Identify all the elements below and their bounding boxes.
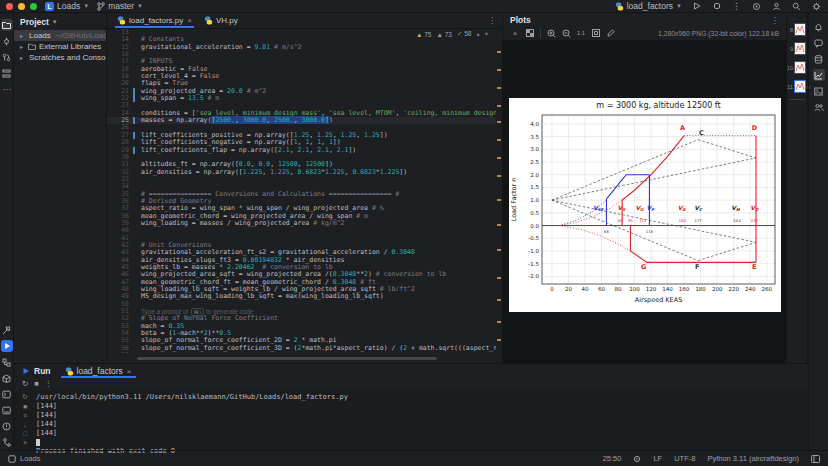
run-configuration-widget[interactable]: load_factors ▼ bbox=[615, 1, 682, 11]
plot-image-area[interactable]: 020406080100120140160180200220240260-2.0… bbox=[503, 41, 786, 363]
image-viewer-icon[interactable] bbox=[813, 85, 825, 97]
chevron-right-icon[interactable]: ▸ bbox=[20, 32, 23, 39]
tab-load-factors[interactable]: load_factors.py × bbox=[111, 13, 198, 28]
close-plot-icon[interactable]: × bbox=[510, 28, 520, 38]
zoom-out-icon[interactable] bbox=[561, 28, 571, 38]
checkerboard-icon[interactable] bbox=[525, 28, 535, 38]
inspections-widget[interactable]: ▲ 75 ▲ 73 ✓ 58 ▴ ▾ bbox=[416, 30, 488, 38]
run-tab-load-factors[interactable]: load_factors × bbox=[61, 364, 136, 378]
python-packages-tool-button[interactable] bbox=[1, 372, 13, 384]
soft-wrap-icon[interactable]: ≡ bbox=[23, 412, 27, 419]
status-project-widget[interactable]: Loads bbox=[8, 454, 40, 463]
code-token: , bbox=[262, 168, 270, 176]
plot-thumbnail-9[interactable]: 9 bbox=[787, 42, 807, 55]
project-tool-button[interactable] bbox=[1, 19, 13, 31]
code-line-32[interactable]: 32air_densities = np.array([1.225, 1.225… bbox=[107, 169, 496, 176]
run-button[interactable] bbox=[691, 1, 702, 12]
project-widget[interactable]: L Loads ▼ bbox=[45, 1, 89, 11]
thumbnail-image[interactable] bbox=[794, 42, 806, 55]
code-line-22[interactable]: 22wing_span = 13.5 # m bbox=[107, 95, 496, 102]
tree-item-loads[interactable]: ▸Loads~/GitHub/Loads bbox=[14, 30, 106, 41]
macos-close-button[interactable] bbox=[6, 3, 13, 10]
code-line-40[interactable]: 40 bbox=[107, 227, 496, 234]
python-interpreter[interactable]: Python 3.11 (aircraftdesign) bbox=[707, 454, 799, 463]
vn-diagram-image[interactable]: 020406080100120140160180200220240260-2.0… bbox=[509, 98, 781, 312]
version-control-tool-button[interactable] bbox=[1, 436, 13, 448]
editor-horizontal-scrollbar[interactable] bbox=[137, 357, 437, 360]
sciview-plots-icon[interactable] bbox=[813, 69, 825, 81]
file-encoding[interactable]: UTF-8 bbox=[674, 454, 695, 463]
tree-item-scratches-and-consoles[interactable]: ▸Scratches and Consoles bbox=[14, 52, 106, 63]
chevron-right-icon[interactable]: ▸ bbox=[20, 54, 23, 61]
code-line-25[interactable]: 25masses = np.array([2500., 3000.0, 2500… bbox=[107, 117, 496, 124]
macos-minimize-button[interactable] bbox=[18, 3, 25, 10]
notifications-bell-icon[interactable] bbox=[813, 21, 825, 33]
close-icon[interactable]: × bbox=[127, 367, 132, 376]
settings-gear-icon[interactable] bbox=[811, 1, 822, 12]
code-line-29[interactable]: 29lift_coefficients_flap = np.array([2.1… bbox=[107, 147, 496, 154]
build-tool-button[interactable] bbox=[1, 324, 13, 336]
line-separator[interactable]: LF bbox=[653, 454, 662, 463]
commit-tool-button[interactable] bbox=[1, 35, 13, 47]
stop-icon[interactable]: ■ bbox=[34, 379, 39, 388]
thumbnail-image[interactable] bbox=[794, 23, 806, 36]
code-with-me-icon[interactable] bbox=[751, 1, 762, 12]
services-tool-button[interactable] bbox=[1, 356, 13, 368]
caret-position[interactable]: 25:50 bbox=[603, 454, 622, 463]
save-plot-icon[interactable] bbox=[606, 28, 616, 38]
code-line-49[interactable]: 49MS_design_max_wing_loading_lb_sqft = m… bbox=[107, 293, 496, 300]
terminal-tool-button[interactable] bbox=[1, 404, 13, 416]
code-line-15[interactable]: 15gravitational_acceleration = 9.81 # m/… bbox=[107, 44, 496, 51]
tab-vh[interactable]: VH.py bbox=[198, 13, 244, 28]
pull-requests-tool-button[interactable] bbox=[1, 51, 13, 63]
stop-icon[interactable]: ■ bbox=[23, 403, 27, 410]
layout-icon[interactable] bbox=[811, 455, 820, 463]
code-line-50[interactable]: 50 bbox=[107, 301, 496, 308]
code-line-57[interactable]: 57 bbox=[107, 352, 496, 353]
code-line-39[interactable]: 39wing_loading = masses / wing_projected… bbox=[107, 220, 496, 227]
more-actions-button[interactable]: ⋮ bbox=[731, 1, 742, 12]
thumbnail-image[interactable] bbox=[794, 61, 806, 74]
structure-tool-button[interactable] bbox=[1, 67, 13, 79]
search-icon[interactable] bbox=[791, 1, 802, 12]
rerun-icon[interactable]: ↻ bbox=[22, 393, 28, 401]
actual-size-button[interactable]: 1:1 bbox=[576, 28, 586, 38]
next-problem-icon[interactable]: ▾ bbox=[485, 30, 488, 38]
collaboration-users-icon[interactable] bbox=[813, 101, 825, 113]
problems-tool-button[interactable] bbox=[1, 420, 13, 432]
code-editor[interactable]: 1314# Constants15gravitational_accelerat… bbox=[107, 29, 496, 353]
plot-thumbnail-11[interactable]: 11× bbox=[787, 80, 807, 93]
print-icon[interactable]: □ bbox=[23, 430, 27, 437]
code-token: 1.225 bbox=[325, 168, 345, 176]
close-icon[interactable]: × bbox=[187, 16, 192, 25]
database-icon[interactable] bbox=[813, 53, 825, 65]
rerun-icon[interactable]: ↻ bbox=[22, 379, 28, 388]
project-panel-header[interactable]: Project ▼ bbox=[14, 13, 106, 30]
plot-thumbnail-10[interactable]: 10 bbox=[787, 61, 807, 74]
prev-problem-icon[interactable]: ▴ bbox=[476, 30, 479, 38]
panel-options-icon[interactable]: ⋮ bbox=[771, 15, 780, 25]
zoom-in-icon[interactable] bbox=[546, 28, 556, 38]
macos-zoom-button[interactable] bbox=[30, 3, 37, 10]
debug-button[interactable] bbox=[711, 1, 722, 12]
editor-scrollbar[interactable] bbox=[497, 29, 501, 351]
console-output[interactable]: /usr/local/bin/python3.11 /Users/nilskla… bbox=[36, 390, 808, 450]
indicator-icon[interactable] bbox=[633, 455, 641, 463]
python-console-tool-button[interactable] bbox=[1, 388, 13, 400]
vcs-branch-widget[interactable]: master ▼ bbox=[97, 1, 143, 11]
ai-assistant-icon[interactable] bbox=[813, 37, 825, 49]
tree-item-external-libraries[interactable]: ▸External Libraries bbox=[14, 41, 106, 52]
chevron-right-icon[interactable]: ▸ bbox=[20, 43, 25, 50]
thumbnail-image[interactable] bbox=[794, 80, 806, 93]
run-tool-button[interactable] bbox=[1, 340, 13, 352]
more-options-icon[interactable]: ⋮ bbox=[45, 379, 53, 388]
scroll-to-end-icon[interactable]: ↓ bbox=[23, 421, 27, 428]
fit-to-window-icon[interactable] bbox=[591, 28, 601, 38]
code-line-33[interactable]: 33 bbox=[107, 176, 496, 183]
user-icon[interactable] bbox=[771, 1, 782, 12]
more-tool-windows-button[interactable]: ⋯ bbox=[1, 83, 13, 95]
plot-thumbnail-8[interactable]: 8 bbox=[787, 23, 807, 36]
tab-options-icon[interactable]: ⋮ bbox=[488, 13, 502, 28]
clear-console-icon[interactable]: × bbox=[23, 439, 27, 446]
code-line-56[interactable]: 56slope_of_normal_force_coefficient_3D =… bbox=[107, 345, 496, 352]
